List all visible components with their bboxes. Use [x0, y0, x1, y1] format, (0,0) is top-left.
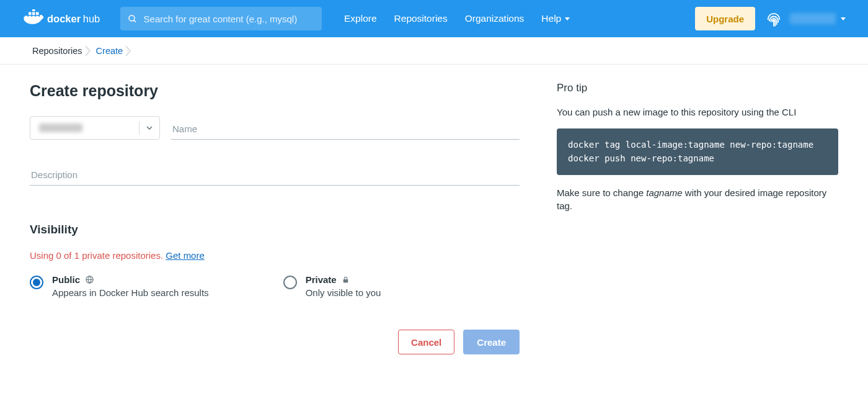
visibility-usage: Using 0 of 1 private repositories. Get m… — [30, 250, 520, 261]
breadcrumb-separator — [85, 37, 94, 64]
lock-icon — [342, 275, 350, 284]
fingerprint-icon[interactable] — [765, 10, 782, 27]
breadcrumb-bar: Repositories Create — [0, 37, 868, 65]
search-input[interactable] — [144, 14, 314, 24]
nav-help[interactable]: Help — [541, 13, 570, 24]
public-label: Public — [52, 274, 80, 285]
breadcrumb-separator — [125, 37, 134, 64]
repo-description-input[interactable] — [30, 164, 520, 186]
nav-help-label: Help — [541, 13, 561, 24]
chevron-down-icon — [564, 13, 570, 24]
svg-text:docker: docker — [47, 13, 81, 24]
chevron-down-icon — [839, 13, 846, 24]
svg-rect-4 — [29, 12, 32, 16]
visibility-public-option[interactable]: Public Appears in Docker Hub search resu… — [30, 274, 209, 299]
globe-icon — [85, 275, 94, 284]
public-desc: Appears in Docker Hub search results — [52, 287, 209, 298]
get-more-link[interactable]: Get more — [166, 250, 205, 261]
private-label: Private — [306, 274, 337, 285]
outro-em: tagname — [646, 187, 682, 198]
namespace-select[interactable] — [30, 116, 160, 140]
breadcrumb-create[interactable]: Create — [94, 37, 126, 64]
repo-name-input[interactable] — [171, 119, 520, 140]
cancel-button[interactable]: Cancel — [398, 330, 454, 354]
username-redacted — [790, 13, 836, 24]
nav-explore[interactable]: Explore — [344, 13, 377, 24]
svg-rect-5 — [32, 12, 35, 16]
page-title: Create repository — [30, 82, 520, 100]
search-icon — [128, 14, 138, 24]
pro-tip-title: Pro tip — [557, 82, 838, 94]
search-box[interactable] — [120, 7, 322, 30]
radio-selected-icon — [30, 276, 43, 289]
user-menu[interactable] — [790, 13, 846, 24]
svg-line-11 — [134, 20, 136, 22]
private-desc: Only visible to you — [306, 287, 381, 298]
svg-rect-13 — [343, 279, 348, 282]
radio-unselected-icon — [283, 276, 297, 289]
namespace-redacted — [39, 124, 82, 132]
svg-point-10 — [129, 15, 135, 20]
svg-rect-7 — [32, 9, 35, 11]
pro-tip-outro: Make sure to change tagname with your de… — [557, 186, 838, 212]
outro-pre: Make sure to change — [557, 187, 646, 198]
nav-organizations[interactable]: Organizations — [465, 13, 525, 24]
code-snippet[interactable]: docker tag local-image:tagname new-repo:… — [557, 128, 838, 175]
breadcrumb-repositories[interactable]: Repositories — [30, 37, 85, 64]
visibility-private-option[interactable]: Private Only visible to you — [283, 274, 381, 299]
upgrade-button[interactable]: Upgrade — [695, 7, 755, 30]
visibility-heading: Visibility — [30, 223, 520, 236]
chevron-down-icon — [146, 124, 153, 132]
docker-hub-logo[interactable]: docker hub — [22, 9, 109, 28]
pro-tip-intro: You can push a new image to this reposit… — [557, 106, 838, 119]
create-button[interactable]: Create — [463, 330, 520, 354]
usage-text: Using 0 of 1 private repositories. — [30, 250, 166, 261]
svg-rect-6 — [36, 12, 39, 16]
nav-repositories[interactable]: Repositories — [394, 13, 448, 24]
nav-links: Explore Repositories Organizations Help — [344, 13, 570, 24]
svg-text:hub: hub — [83, 13, 100, 24]
top-nav: docker hub Explore Repositories Organiza… — [0, 0, 868, 37]
